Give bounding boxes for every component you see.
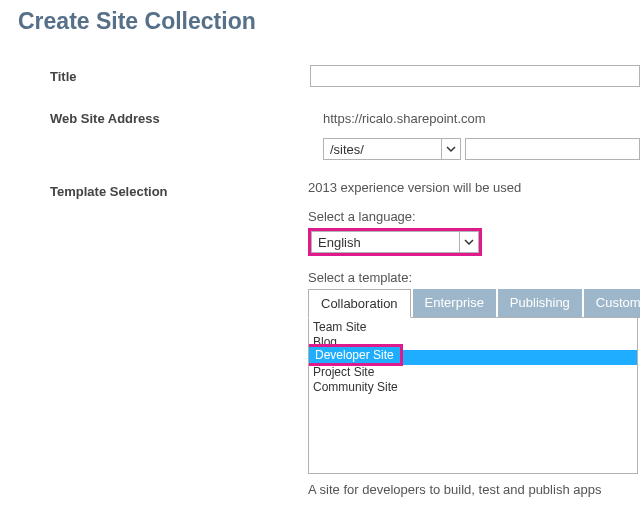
title-input[interactable] (310, 65, 640, 87)
path-suffix-input[interactable] (465, 138, 640, 160)
experience-note: 2013 experience version will be used (308, 180, 640, 195)
template-option-developer-site[interactable]: Developer Site (309, 347, 400, 363)
developer-site-highlight: Developer Site (308, 344, 403, 366)
chevron-down-icon (459, 232, 478, 252)
template-option-community-site[interactable]: Community Site (309, 380, 637, 395)
path-select[interactable]: /sites/ (323, 138, 461, 160)
template-label: Select a template: (308, 270, 640, 285)
template-option-team-site[interactable]: Team Site (309, 320, 637, 335)
path-select-value: /sites/ (324, 142, 370, 157)
page-title: Create Site Collection (18, 8, 640, 35)
tab-publishing[interactable]: Publishing (498, 289, 582, 317)
tab-enterprise[interactable]: Enterprise (413, 289, 496, 317)
language-label: Select a language: (308, 209, 640, 224)
chevron-down-icon (441, 139, 460, 159)
language-select[interactable]: English (311, 231, 479, 253)
template-tab-strip: Collaboration Enterprise Publishing Cust… (308, 289, 640, 318)
label-web-site-address: Web Site Address (18, 107, 268, 160)
tab-collaboration[interactable]: Collaboration (308, 289, 411, 318)
tab-custom[interactable]: Custom (584, 289, 640, 317)
language-select-value: English (312, 235, 367, 250)
base-url-text: https://ricalo.sharepoint.com (323, 107, 486, 130)
template-option-project-site[interactable]: Project Site (309, 365, 637, 380)
label-template-selection: Template Selection (18, 180, 253, 497)
template-description: A site for developers to build, test and… (308, 482, 640, 497)
label-title: Title (18, 65, 255, 87)
language-select-highlight: English (308, 228, 482, 256)
template-list[interactable]: Team Site Blog Developer Site Project Si… (308, 318, 638, 474)
